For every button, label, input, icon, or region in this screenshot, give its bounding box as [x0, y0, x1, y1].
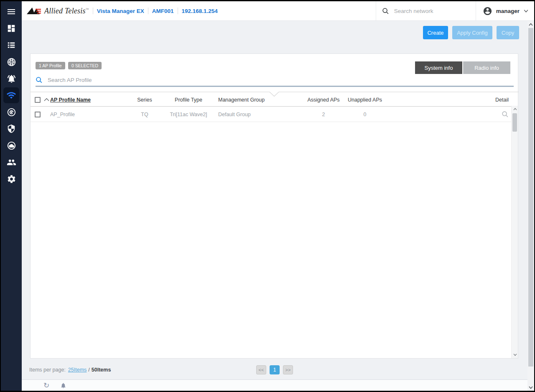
create-button[interactable]: Create [423, 26, 448, 39]
cell-management-group: Default Group [218, 107, 306, 122]
dashboard-icon [7, 24, 16, 33]
product-name-link[interactable]: Vista Manager EX [97, 8, 144, 14]
page-scrollbar[interactable] [527, 21, 534, 391]
scroll-down-arrow[interactable] [512, 351, 518, 358]
user-menu[interactable]: manager [476, 6, 534, 16]
header-divider [148, 8, 148, 14]
sidebar-item-security[interactable] [3, 121, 19, 137]
sidebar-item-event-log[interactable] [3, 71, 19, 87]
allied-telesis-logo [27, 6, 42, 15]
sort-ascending-icon[interactable] [44, 98, 49, 102]
table-header-row: AP Profile Name Series Profile Type Mana… [31, 93, 512, 107]
menu-icon[interactable] [3, 4, 19, 20]
footer-bar: ↻ [22, 379, 527, 391]
main-content: Create Apply Config Copy 1 AP Profile 0 … [22, 21, 527, 391]
sidebar-item-dashboard[interactable] [3, 20, 19, 36]
sidebar-item-user-management[interactable] [3, 154, 19, 170]
asset-list-icon [7, 41, 16, 50]
select-all-checkbox[interactable] [35, 97, 41, 103]
cell-profile-type: Tri[11ac Wave2] [158, 107, 219, 122]
column-header-name[interactable]: AP Profile Name [50, 93, 125, 106]
app-window: Allied Telesis™ Vista Manager EX AMF001 … [1, 1, 534, 391]
sidebar-item-settings[interactable] [3, 171, 19, 187]
apply-config-button[interactable]: Apply Config [452, 26, 492, 39]
cell-unapplied-aps: 0 [339, 107, 391, 122]
column-header-detail: Detail [459, 93, 509, 106]
sidebar-item-monitoring[interactable] [3, 104, 19, 120]
event-log-icon [7, 74, 16, 84]
monitoring-icon [7, 107, 16, 117]
username-label: manager [496, 8, 520, 14]
search-icon [36, 76, 43, 84]
site-name-link[interactable]: AMF001 [152, 8, 174, 14]
pagination: << 1 >> [22, 365, 527, 374]
tab-radio-info[interactable]: Radio info [463, 61, 510, 74]
first-page-button[interactable]: << [256, 365, 266, 374]
scrollbar-thumb[interactable] [512, 113, 517, 132]
tab-system-info[interactable]: System info [415, 61, 462, 74]
avatar-icon [483, 6, 492, 16]
header-divider [93, 8, 93, 14]
row-checkbox[interactable] [35, 112, 41, 117]
page-scroll-up-arrow[interactable] [527, 21, 534, 28]
column-header-profile-type: Profile Type [158, 93, 219, 106]
page-scrollbar-thumb[interactable] [528, 28, 533, 367]
sidebar-item-network-map[interactable] [3, 54, 19, 70]
selected-count-badge: 0 SELECTED [68, 62, 102, 69]
table-scrollbar[interactable] [511, 106, 518, 358]
column-header-unapplied-aps: Unapplied APs [339, 93, 391, 106]
user-management-icon [7, 158, 16, 167]
current-page-button[interactable]: 1 [270, 365, 280, 374]
brand-name: Allied Telesis™ [44, 7, 89, 15]
sidebar [1, 1, 22, 391]
chevron-down-icon [524, 10, 528, 13]
profile-count-badge: 1 AP Profile [36, 62, 65, 69]
wireless-icon [6, 90, 16, 100]
scroll-up-arrow[interactable] [512, 106, 518, 112]
ip-address-link[interactable]: 192.168.1.254 [182, 8, 218, 14]
network-search [376, 8, 476, 15]
ap-profile-panel: 1 AP Profile 0 SELECTED System info Radi… [30, 53, 518, 359]
sidebar-item-wireless[interactable] [3, 87, 19, 103]
cell-profile-name: AP_Profile [50, 107, 125, 122]
page-scroll-down-arrow[interactable] [527, 384, 534, 391]
sidebar-item-cloud[interactable] [3, 137, 19, 153]
network-map-icon [7, 57, 16, 67]
search-network-input[interactable] [394, 8, 465, 14]
table-row[interactable]: AP_Profile TQ Tri[11ac Wave2] Default Gr… [31, 107, 512, 122]
detail-magnifier-icon[interactable] [502, 111, 509, 118]
app-header: Allied Telesis™ Vista Manager EX AMF001 … [22, 1, 534, 21]
search-ap-profile-input[interactable] [48, 77, 173, 83]
header-divider [178, 8, 178, 14]
sidebar-item-asset-list[interactable] [3, 37, 19, 53]
refresh-icon[interactable]: ↻ [43, 381, 49, 390]
ap-profile-search [36, 76, 173, 84]
copy-button[interactable]: Copy [497, 26, 519, 39]
cloud-icon [7, 141, 16, 150]
search-icon [382, 8, 389, 15]
settings-icon [7, 174, 16, 184]
security-icon [7, 124, 16, 133]
last-page-button[interactable]: >> [283, 365, 293, 374]
notification-bell-icon[interactable] [60, 382, 66, 389]
search-underline [36, 86, 514, 87]
column-header-management-group: Management Group [218, 93, 306, 106]
